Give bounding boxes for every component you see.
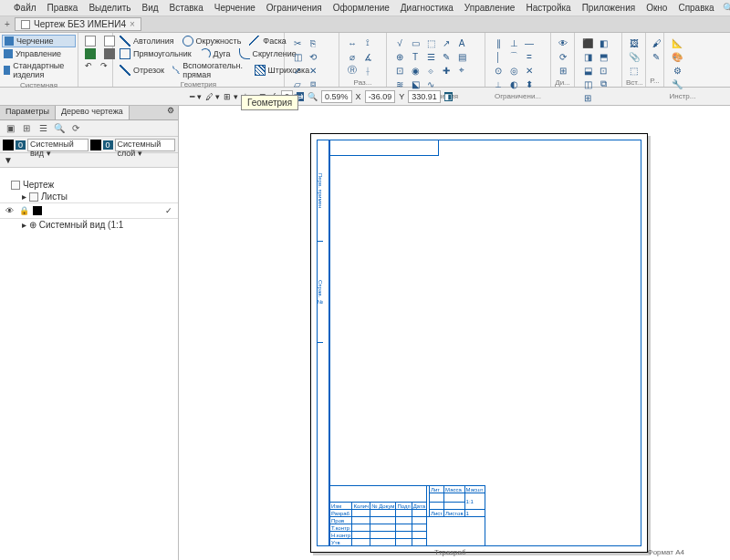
edit-tool[interactable]: ⧈: [306, 78, 320, 90]
layer-selector[interactable]: Системный слой ▾: [115, 139, 175, 151]
mode-std-parts[interactable]: Стандартные изделия: [2, 60, 76, 80]
new-button[interactable]: [82, 35, 99, 47]
status-icon[interactable]: ✓: [163, 205, 174, 216]
mode-drawing[interactable]: Черчение: [2, 35, 76, 47]
chamfer-tool[interactable]: Фаска: [246, 35, 289, 47]
view-tool[interactable]: ⬓: [580, 64, 595, 77]
constr-tool[interactable]: ⟂: [491, 78, 506, 90]
constr-tool[interactable]: ∥: [491, 36, 506, 49]
menu-manage[interactable]: Управление: [460, 2, 520, 14]
annot-tool[interactable]: ✚: [439, 64, 454, 77]
instr-tool[interactable]: ⚙: [670, 64, 684, 77]
constr-tool[interactable]: │: [491, 50, 506, 63]
constr-tool[interactable]: ◎: [506, 64, 521, 77]
constr-tool[interactable]: —: [522, 36, 537, 49]
menu-insert[interactable]: Вставка: [165, 2, 208, 14]
diag-tool[interactable]: 👁: [557, 36, 568, 49]
view-tool[interactable]: ◧: [596, 36, 610, 49]
diag-tool[interactable]: ⟳: [557, 50, 568, 63]
annot-tool[interactable]: ⊕: [392, 50, 407, 63]
menu-format[interactable]: Оформление: [328, 2, 394, 14]
dim-tool[interactable]: ⟊: [360, 64, 375, 77]
auxline-tool[interactable]: Вспомогательн. прямая: [170, 60, 249, 80]
menu-apps[interactable]: Приложения: [578, 2, 641, 14]
annot-tool[interactable]: ▭: [408, 36, 422, 49]
rectangle-tool[interactable]: Прямоугольник: [117, 47, 194, 60]
view-tool[interactable]: ⊡: [596, 64, 610, 77]
linetype-dropdown[interactable]: ━ ▾: [190, 92, 202, 101]
dim-tool[interactable]: ⟟: [360, 36, 375, 49]
t-tool[interactable]: 🖌: [652, 36, 662, 49]
ins-tool[interactable]: 📎: [628, 50, 641, 63]
annot-tool[interactable]: ⊡: [392, 64, 407, 77]
menu-edit[interactable]: Правка: [43, 2, 83, 14]
edit-tool[interactable]: ▱: [290, 78, 305, 90]
annot-tool[interactable]: ▤: [454, 50, 469, 63]
constr-tool[interactable]: ✕: [522, 64, 537, 77]
menu-view[interactable]: Вид: [138, 2, 163, 14]
tree-btn[interactable]: ▣: [3, 122, 17, 135]
tree-root[interactable]: Чертеж: [0, 179, 178, 191]
menu-window[interactable]: Окно: [641, 2, 672, 14]
view-tool[interactable]: ◫: [580, 78, 595, 90]
menu-draw[interactable]: Черчение: [210, 2, 260, 14]
annot-tool[interactable]: ◉: [408, 64, 422, 77]
drawing-canvas[interactable]: Перв. примен Справ. № ЛитМассаМасшт 1:1 …: [179, 106, 730, 560]
annot-tool[interactable]: ⬚: [423, 36, 438, 49]
annot-tool[interactable]: ⟐: [423, 64, 438, 77]
constr-tool[interactable]: ◐: [506, 78, 521, 90]
segment-tool[interactable]: Отрезок: [117, 64, 167, 77]
annot-tool[interactable]: ✎: [439, 50, 454, 63]
ins-tool[interactable]: ⬚: [628, 64, 640, 77]
edit-tool[interactable]: ⟲: [306, 50, 320, 63]
dim-tool[interactable]: ↔: [345, 36, 360, 49]
ins-tool[interactable]: 🖼: [628, 36, 640, 49]
zoom-value[interactable]: 0.59%: [321, 90, 352, 103]
autoline-tool[interactable]: Автолиния: [117, 35, 177, 47]
constr-tool[interactable]: ⊙: [491, 64, 506, 77]
constr-tool[interactable]: ⬍: [522, 78, 537, 90]
annot-tool[interactable]: ↗: [439, 36, 454, 49]
dim-tool[interactable]: Ⓡ: [345, 64, 360, 77]
swatch-icon[interactable]: [33, 206, 42, 215]
constr-tool[interactable]: =: [522, 50, 537, 63]
dim-tool[interactable]: ⌀: [345, 50, 360, 63]
menu-help[interactable]: Справка: [673, 2, 718, 14]
undo-button[interactable]: ↶: [82, 60, 95, 71]
menu-select[interactable]: Выделить: [84, 2, 135, 14]
t-tool[interactable]: ✎: [652, 50, 661, 63]
extra-button[interactable]: ◧: [444, 92, 453, 101]
annot-tool[interactable]: √: [392, 36, 407, 49]
tree-btn[interactable]: 🔍: [52, 122, 67, 135]
filter-icon[interactable]: ▼: [4, 155, 13, 165]
annot-tool[interactable]: T: [408, 50, 422, 63]
snap-toggle[interactable]: ⊞ ▾: [224, 92, 238, 101]
redo-button[interactable]: ↷: [98, 60, 110, 71]
tree-btn[interactable]: ⊞: [19, 122, 34, 135]
lock-icon[interactable]: 🔒: [18, 205, 29, 216]
dim-tool[interactable]: ∡: [360, 50, 375, 63]
arc-tool[interactable]: Дуга: [197, 47, 234, 60]
instr-tool[interactable]: 🔧: [670, 78, 684, 90]
annot-tool[interactable]: ⌖: [454, 64, 469, 77]
panel-settings-icon[interactable]: ⚙: [163, 106, 178, 119]
tree-sheets[interactable]: ▸ Листы: [0, 191, 178, 202]
annot-tool[interactable]: ≋: [392, 78, 407, 90]
constr-tool[interactable]: ⌒: [506, 50, 521, 63]
diag-tool[interactable]: ⊞: [557, 64, 568, 77]
edit-tool[interactable]: ⎘: [306, 36, 320, 49]
save-button[interactable]: [82, 47, 99, 60]
edit-tool[interactable]: ✕: [306, 64, 320, 77]
view-tool[interactable]: ⧉: [596, 78, 610, 90]
tab-parameters[interactable]: Параметры: [0, 106, 56, 119]
instr-tool[interactable]: 🎨: [670, 50, 684, 63]
tree-btn[interactable]: ☰: [36, 122, 50, 135]
tab-close-button[interactable]: ×: [130, 19, 135, 29]
menu-constraints[interactable]: Ограничения: [262, 2, 327, 14]
view-selector[interactable]: Системный вид ▾: [27, 139, 88, 151]
annot-tool[interactable]: ⬕: [408, 78, 422, 90]
tree-system-view[interactable]: ▸ ⊕ Системный вид (1:1: [0, 219, 178, 231]
constr-tool[interactable]: ⊥: [506, 36, 521, 49]
edit-tool[interactable]: ✂: [290, 36, 305, 49]
view-tool[interactable]: ⬛: [580, 36, 595, 49]
